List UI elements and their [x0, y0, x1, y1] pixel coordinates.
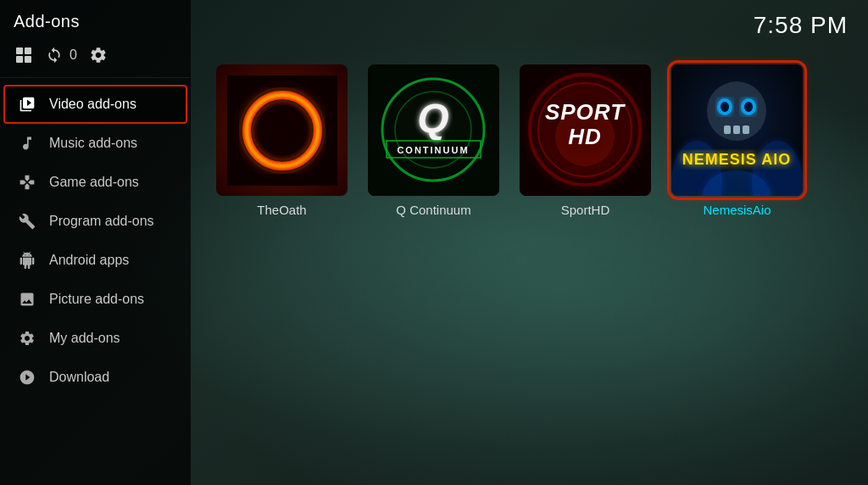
svg-rect-2 — [16, 56, 23, 63]
video-icon — [17, 96, 37, 113]
sidebar: Add-ons 0 — [0, 0, 191, 485]
sidebar-label-picture-addons: Picture add-ons — [49, 292, 144, 307]
sidebar-item-android-apps[interactable]: Android apps — [3, 241, 187, 280]
addon-thumb-nemesisaio: NEMESIS AIO — [671, 64, 803, 196]
game-icon — [17, 174, 37, 191]
svg-text:SPORT: SPORT — [545, 99, 626, 125]
top-bar: 7:58 PM — [191, 0, 868, 39]
program-icon — [17, 213, 37, 230]
sidebar-item-game-addons[interactable]: Game add-ons — [3, 163, 187, 202]
addon-label-theoath: TheOath — [257, 203, 306, 217]
sidebar-item-my-addons[interactable]: My add-ons — [3, 319, 187, 358]
addon-thumb-theoath — [216, 64, 348, 196]
addon-qcontinuum[interactable]: Q CONTINUUM Q — [368, 64, 499, 217]
settings-icon[interactable] — [89, 46, 108, 64]
sidebar-label-android-apps: Android apps — [49, 253, 129, 268]
my-addons-icon — [17, 330, 37, 347]
sidebar-label-my-addons: My add-ons — [49, 331, 120, 346]
addon-label-sporthd: SportHD — [561, 203, 610, 217]
sidebar-item-program-addons[interactable]: Program add-ons — [3, 202, 187, 241]
svg-point-9 — [257, 105, 308, 156]
svg-rect-3 — [25, 56, 31, 63]
clock: 7:58 PM — [754, 12, 848, 39]
sidebar-nav: Video add-ons Music add-ons Game a — [0, 78, 191, 485]
svg-text:HD: HD — [568, 124, 602, 149]
svg-text:CONTINUUM: CONTINUUM — [397, 145, 469, 155]
page-title: Add-ons — [0, 0, 191, 40]
addon-theoath[interactable]: TheOath — [216, 64, 348, 217]
sidebar-item-download[interactable]: Download — [3, 358, 187, 397]
sidebar-label-download: Download — [49, 370, 109, 385]
music-icon — [17, 135, 37, 152]
addon-nemesisaio[interactable]: NEMESIS AIO NemesisAio — [671, 64, 803, 217]
packages-icon[interactable] — [14, 45, 34, 65]
addon-label-nemesisaio: NemesisAio — [703, 203, 771, 217]
addon-thumb-qcontinuum: Q CONTINUUM — [368, 64, 499, 196]
download-icon — [17, 369, 37, 386]
toolbar: 0 — [0, 40, 191, 78]
sidebar-label-game-addons: Game add-ons — [49, 175, 139, 190]
refresh-count: 0 — [70, 47, 77, 63]
sidebar-label-video-addons: Video add-ons — [49, 97, 136, 112]
addons-grid: TheOath — [191, 39, 868, 234]
svg-rect-32 — [724, 125, 731, 134]
addon-sporthd[interactable]: SPORT HD SportHD — [520, 64, 651, 217]
svg-rect-0 — [16, 47, 23, 54]
refresh-button[interactable]: 0 — [46, 47, 77, 64]
sidebar-item-music-addons[interactable]: Music add-ons — [3, 124, 187, 163]
svg-text:NEMESIS AIO: NEMESIS AIO — [682, 151, 791, 168]
sidebar-item-video-addons[interactable]: Video add-ons — [3, 85, 187, 124]
addon-label-qcontinuum: Q Continuum — [396, 203, 470, 217]
main-content: 7:58 PM — [191, 0, 868, 485]
svg-rect-33 — [733, 125, 740, 134]
svg-rect-34 — [743, 125, 749, 134]
svg-point-30 — [721, 102, 729, 112]
svg-text:Q: Q — [417, 96, 448, 141]
android-icon — [17, 252, 37, 269]
sidebar-label-music-addons: Music add-ons — [49, 136, 137, 151]
picture-icon — [17, 291, 37, 308]
addon-thumb-sporthd: SPORT HD — [520, 64, 651, 196]
sidebar-item-picture-addons[interactable]: Picture add-ons — [3, 280, 187, 319]
sidebar-label-program-addons: Program add-ons — [49, 214, 154, 229]
svg-point-31 — [744, 102, 753, 112]
svg-rect-1 — [25, 47, 31, 54]
